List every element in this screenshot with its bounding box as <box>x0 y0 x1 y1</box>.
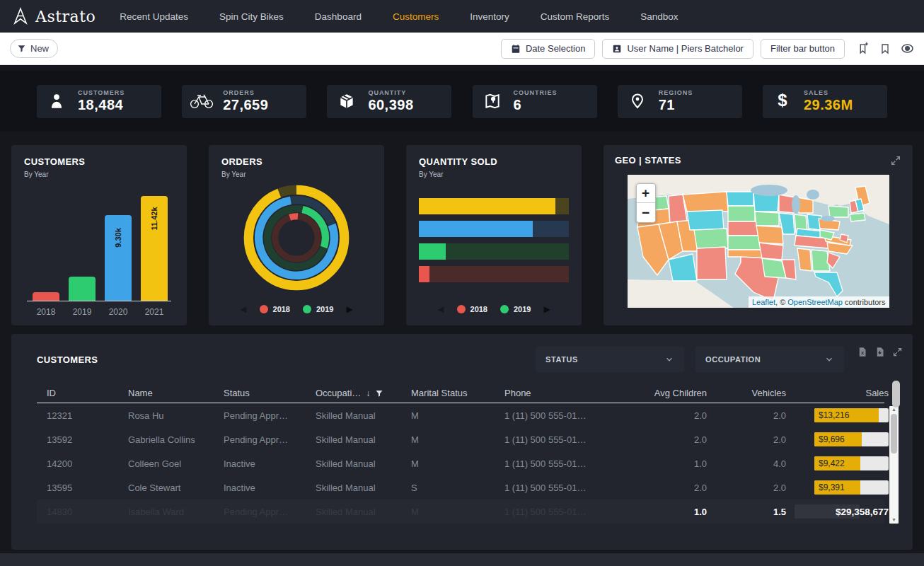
column-header-marital-status[interactable]: Marital Status <box>411 388 504 398</box>
date-selection-button[interactable]: Date Selection <box>501 39 596 59</box>
hbar-fill <box>419 243 446 260</box>
sort-desc-icon[interactable]: ↓ <box>366 388 370 398</box>
expand-icon[interactable] <box>890 155 901 166</box>
legend-item-2019[interactable]: 2019 <box>500 305 531 313</box>
kpi-card-quantity[interactable]: QUANTITY60,398 <box>327 85 451 118</box>
column-header-phone[interactable]: Phone <box>504 388 623 398</box>
table-body: 12321Rosa HuPending Appr…Skilled ManualM… <box>37 403 884 499</box>
nav-item-inventory[interactable]: Inventory <box>470 11 509 22</box>
orders-donut-chart[interactable] <box>221 180 371 300</box>
bar-2018[interactable] <box>33 292 59 301</box>
brand[interactable]: Astrato <box>11 7 96 25</box>
scroll-down-arrow[interactable]: ▼ <box>891 516 896 524</box>
hbar-2020[interactable] <box>419 221 569 237</box>
hbar-2019[interactable] <box>419 243 569 260</box>
table-row[interactable]: 13595Cole StewartInactiveSkilled ManualS… <box>37 475 884 499</box>
zoom-in-button[interactable]: + <box>637 184 655 203</box>
legend-item-2018[interactable]: 2018 <box>260 305 290 313</box>
column-header-avg-children[interactable]: Avg Children <box>623 388 707 398</box>
chevron-down-icon <box>664 354 674 364</box>
customers-chart-card: CUSTOMERS By Year 201820199.30k202011.42… <box>11 145 187 325</box>
customers-table-card: CUSTOMERS STATUS OCCUPATION X IDNameStat… <box>11 334 913 550</box>
kpi-card-countries[interactable]: COUNTRIES6 <box>473 85 597 118</box>
cell-status: Pending Appr… <box>224 434 316 445</box>
export-excel-icon[interactable]: X <box>857 347 867 357</box>
eye-icon[interactable] <box>901 42 914 55</box>
column-header-name[interactable]: Name <box>128 388 224 398</box>
kpi-label: REGIONS <box>659 89 693 96</box>
openstreetmap-link[interactable]: OpenStreetMap <box>787 298 843 306</box>
nav-item-sandbox[interactable]: Sandbox <box>640 11 678 22</box>
kpi-value: 29.36M <box>804 97 853 113</box>
table-row[interactable]: 13592Gabriella CollinsPending Appr…Skill… <box>37 427 884 451</box>
column-filter-icon[interactable] <box>375 389 383 398</box>
table-controls: CUSTOMERS STATUS OCCUPATION X <box>37 347 903 372</box>
customers-table: IDNameStatusOccupati…↓Marital StatusPhon… <box>37 383 903 524</box>
legend-prev-button[interactable]: ◀ <box>437 305 444 313</box>
kpi-card-sales[interactable]: $SALES29.36M <box>763 85 887 118</box>
legend-dot <box>303 305 311 313</box>
outer-scrollbar-thumb[interactable] <box>892 381 900 408</box>
legend-next-button[interactable]: ▶ <box>543 305 550 313</box>
kpi-label: QUANTITY <box>368 89 413 96</box>
bookmark-add-icon[interactable] <box>857 42 870 54</box>
kpi-value: 71 <box>659 97 693 113</box>
cell-avg-children: 2.0 <box>623 434 707 445</box>
hbar-2018[interactable] <box>419 266 569 282</box>
kpi-card-orders[interactable]: ORDERS27,659 <box>182 85 306 118</box>
column-header-vehicles[interactable]: Vehicles <box>707 388 786 398</box>
new-filter-button[interactable]: New <box>10 39 58 58</box>
user-name-piers-batchelor-button[interactable]: User Name | Piers Batchelor <box>602 39 753 59</box>
legend-item-2019[interactable]: 2019 <box>303 305 333 313</box>
donut-arc-2021[interactable] <box>248 190 344 285</box>
nav-item-custom-reports[interactable]: Custom Reports <box>541 11 610 22</box>
nav-item-spin-city-bikes[interactable]: Spin City Bikes <box>219 11 284 22</box>
nav-item-recent-updates[interactable]: Recent Updates <box>120 11 188 22</box>
column-header-occupati[interactable]: Occupati…↓ <box>316 388 411 398</box>
column-header-sales[interactable]: Sales <box>786 388 889 398</box>
table-row[interactable]: 12321Rosa HuPending Appr…Skilled ManualM… <box>37 403 884 427</box>
chart-subtitle: By Year <box>419 171 569 178</box>
cell-marital: S <box>411 483 504 493</box>
bar-2021[interactable]: 11.42k <box>141 196 168 301</box>
legend-item-2018[interactable]: 2018 <box>457 305 487 313</box>
quantity-hbar-chart[interactable] <box>419 180 569 300</box>
export-doc-icon[interactable] <box>874 347 885 357</box>
filter-bar-button-button[interactable]: Filter bar button <box>761 39 845 59</box>
bar-2020[interactable]: 9.30k <box>105 215 132 301</box>
map-attribution: Leaflet, © OpenStreetMap contributors <box>749 296 889 308</box>
column-header-status[interactable]: Status <box>224 388 316 398</box>
nav-item-dashboard[interactable]: Dashboard <box>315 11 362 22</box>
sales-value: $9,391 <box>819 483 845 492</box>
legend-prev-button[interactable]: ◀ <box>240 305 246 313</box>
faded-cell-phone: 1 (11) 500 555-01… <box>504 507 623 517</box>
svg-text:$: $ <box>778 91 787 110</box>
zoom-out-button[interactable]: − <box>637 203 655 222</box>
scrollbar-thumb[interactable] <box>891 414 897 454</box>
status-filter-dropdown[interactable]: STATUS <box>536 347 684 372</box>
legend-dot <box>500 305 509 313</box>
leaflet-link[interactable]: Leaflet <box>752 298 775 306</box>
kpi-card-customers[interactable]: CUSTOMERS18,484 <box>37 85 161 118</box>
hbar-2021[interactable] <box>419 198 569 214</box>
kpi-value: 6 <box>514 97 558 113</box>
occupation-filter-dropdown[interactable]: OCCUPATION <box>695 347 844 372</box>
cell-avg-children: 2.0 <box>623 410 707 421</box>
x-axis-line <box>27 301 171 301</box>
legend-next-button[interactable]: ▶ <box>346 305 352 313</box>
bar-2019[interactable] <box>69 277 96 301</box>
cell-sales: $9,391 <box>786 480 889 495</box>
bookmark-icon[interactable] <box>879 43 891 54</box>
expand-icon[interactable] <box>892 347 903 357</box>
nav-item-customers[interactable]: Customers <box>393 11 439 22</box>
customers-bar-chart[interactable]: 201820199.30k202011.42k2021 <box>24 181 174 317</box>
column-header-id[interactable]: ID <box>47 388 128 398</box>
toolbar-right: Date SelectionUser Name | Piers Batchelo… <box>501 39 914 59</box>
table-scrollbar[interactable]: ▲ ▼ <box>889 406 899 524</box>
kpi-card-regions[interactable]: REGIONS71 <box>618 85 742 118</box>
cell-status: Pending Appr… <box>224 410 316 421</box>
sales-value: $9,422 <box>819 458 845 468</box>
sales-bar: $9,696 <box>814 432 889 446</box>
table-row[interactable]: 14200Colleen GoelInactiveSkilled ManualM… <box>37 451 884 475</box>
leaflet-map[interactable]: + − Leaflet, © OpenStreetMap contributor… <box>628 175 889 308</box>
